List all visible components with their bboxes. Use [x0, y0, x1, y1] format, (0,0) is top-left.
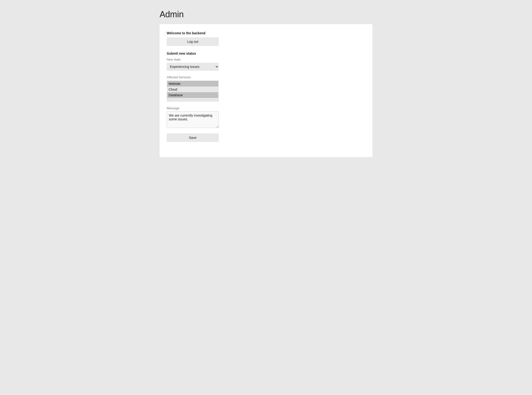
affected-services-label: Affected Services:	[167, 76, 365, 79]
new-state-group: New state: Experiencing issues Operation…	[167, 58, 365, 71]
message-group: Message: We are currently investigating …	[167, 106, 365, 129]
new-state-label: New state:	[167, 58, 365, 61]
submit-status-section: Submit new status New state: Experiencin…	[167, 52, 365, 142]
page-wrapper: Admin Welcome to the backend Log out Sub…	[160, 10, 372, 157]
welcome-section: Welcome to the backend Log out	[167, 31, 365, 46]
message-label: Message:	[167, 106, 365, 110]
services-listbox[interactable]: Website Cloud Database	[167, 80, 219, 102]
message-textarea[interactable]: We are currently investigating some issu…	[167, 111, 219, 128]
logout-button[interactable]: Log out	[167, 37, 219, 46]
welcome-heading: Welcome to the backend	[167, 31, 365, 35]
main-panel: Welcome to the backend Log out Submit ne…	[160, 24, 372, 157]
page-title: Admin	[160, 10, 372, 19]
save-button[interactable]: Save	[167, 133, 219, 142]
state-select[interactable]: Experiencing issues Operational Degraded…	[167, 63, 219, 71]
submit-status-heading: Submit new status	[167, 52, 365, 55]
affected-services-group: Affected Services: Website Cloud Databas…	[167, 76, 365, 102]
